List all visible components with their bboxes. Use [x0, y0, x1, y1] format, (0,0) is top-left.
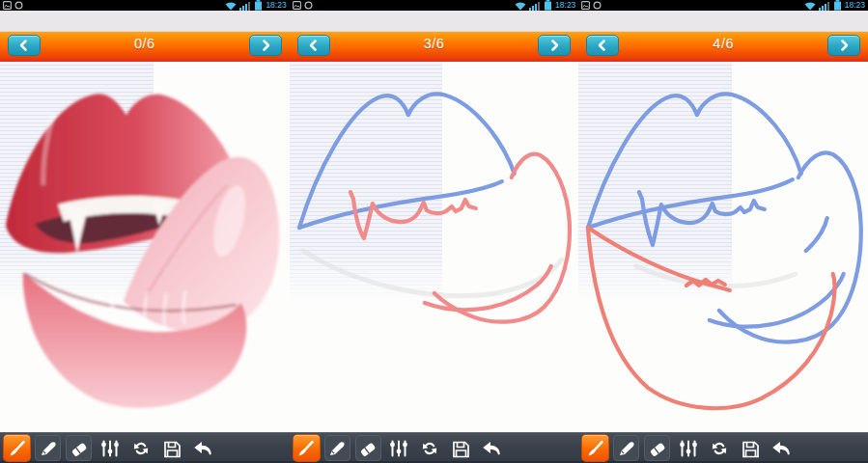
sliders-icon	[678, 438, 699, 459]
signal-icon	[529, 1, 541, 11]
pen-icon	[616, 438, 637, 459]
pen-tool-button[interactable]	[324, 435, 350, 461]
brush-tool-button[interactable]	[582, 435, 608, 461]
tutorial-panel-step0: 18:23 0/6	[0, 0, 290, 463]
eraser-tool-button[interactable]	[644, 435, 670, 461]
undo-tool-button[interactable]	[768, 435, 794, 461]
undo-tool-button[interactable]	[479, 435, 505, 461]
brush-icon	[585, 438, 606, 459]
screenshot-icon	[3, 1, 12, 10]
app-header-strip	[578, 11, 868, 32]
status-bar: 18:23	[0, 0, 290, 11]
next-step-button[interactable]	[538, 35, 571, 56]
sliders-tool-button[interactable]	[675, 435, 701, 461]
save-tool-button[interactable]	[737, 435, 763, 461]
screenshot-icon	[293, 1, 301, 10]
drawing-tutorial-app: 18:23 0/6	[0, 0, 868, 463]
status-bar: 18:23	[578, 0, 868, 11]
sliders-icon	[99, 438, 121, 459]
brush-icon	[295, 438, 317, 459]
status-time: 18:23	[845, 1, 865, 10]
step-counter: 3/6	[290, 36, 579, 51]
signal-icon	[819, 1, 830, 11]
drawing-canvas[interactable]	[290, 62, 579, 432]
undo-icon	[770, 437, 793, 460]
status-time: 18:23	[266, 1, 286, 10]
wifi-icon	[515, 1, 526, 11]
status-time: 18:23	[555, 1, 575, 10]
brush-icon	[7, 438, 28, 459]
status-bar: 18:23	[290, 0, 579, 11]
step-counter: 4/6	[578, 36, 868, 51]
sliders-tool-button[interactable]	[386, 435, 412, 461]
tutorial-panel-step3: 18:23 3/6	[290, 0, 579, 463]
battery-icon	[544, 0, 552, 11]
sync-icon	[709, 438, 730, 459]
brush-tool-button[interactable]	[294, 435, 320, 461]
drawing-canvas[interactable]	[578, 62, 868, 432]
tools-toolbar	[290, 432, 579, 463]
tutorial-panel-step4: 18:23 4/6	[578, 0, 868, 463]
signal-icon	[239, 1, 251, 11]
eraser-tool-button[interactable]	[355, 435, 381, 461]
battery-icon	[254, 0, 263, 11]
save-tool-button[interactable]	[158, 435, 184, 461]
eraser-icon	[357, 438, 378, 459]
chevron-right-icon	[835, 37, 853, 54]
vampire-lips-outline-step3	[290, 62, 579, 432]
save-tool-button[interactable]	[448, 435, 474, 461]
step-counter: 0/6	[0, 36, 290, 51]
sync-icon	[419, 438, 440, 459]
circle-icon	[304, 1, 313, 10]
next-step-button[interactable]	[827, 35, 860, 56]
sync-tool-button[interactable]	[706, 435, 732, 461]
step-navigation-bar: 0/6	[0, 32, 290, 62]
save-icon	[161, 438, 182, 459]
sync-tool-button[interactable]	[417, 435, 443, 461]
tools-toolbar	[0, 432, 290, 463]
brush-tool-button[interactable]	[4, 435, 30, 461]
circle-icon	[593, 1, 602, 10]
undo-tool-button[interactable]	[189, 435, 215, 461]
sliders-icon	[388, 438, 409, 459]
pen-icon	[38, 438, 59, 459]
step-navigation-bar: 4/6	[578, 32, 868, 62]
battery-icon	[833, 0, 842, 11]
pen-tool-button[interactable]	[35, 435, 61, 461]
eraser-tool-button[interactable]	[66, 435, 92, 461]
chevron-right-icon	[257, 37, 274, 54]
eraser-icon	[69, 438, 90, 459]
wifi-icon	[225, 1, 237, 11]
next-step-button[interactable]	[249, 35, 282, 56]
chevron-right-icon	[546, 37, 563, 54]
vampire-lips-colored-drawing	[0, 62, 290, 432]
undo-icon	[191, 437, 214, 460]
circle-icon	[14, 1, 23, 10]
save-icon	[740, 438, 761, 459]
save-icon	[450, 438, 471, 459]
pen-icon	[326, 438, 348, 459]
sync-tool-button[interactable]	[127, 435, 154, 461]
sliders-tool-button[interactable]	[97, 435, 123, 461]
screenshot-icon	[581, 1, 590, 10]
vampire-lips-outline-step4	[578, 62, 868, 432]
eraser-icon	[647, 438, 668, 459]
app-header-strip	[0, 11, 290, 32]
tools-toolbar	[578, 432, 868, 463]
sync-icon	[130, 438, 152, 459]
step-navigation-bar: 3/6	[290, 32, 579, 62]
app-header-strip	[290, 11, 579, 32]
pen-tool-button[interactable]	[613, 435, 639, 461]
drawing-canvas[interactable]	[0, 62, 290, 432]
wifi-icon	[804, 1, 816, 11]
undo-icon	[480, 437, 503, 460]
